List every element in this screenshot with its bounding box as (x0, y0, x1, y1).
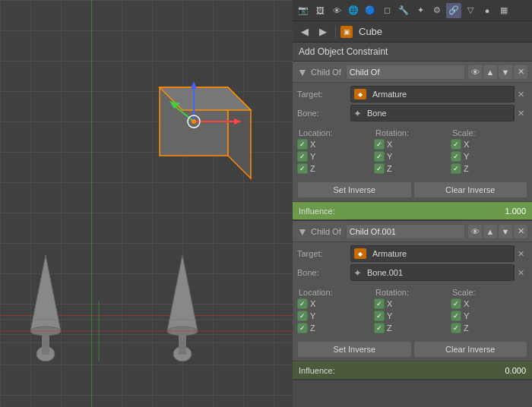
scale-x-label-1: X (464, 140, 469, 149)
loc-x-checkbox-1[interactable] (297, 139, 308, 150)
constraint-1-down-icon[interactable]: ▼ (499, 65, 512, 79)
constraint-2-down-icon[interactable]: ▼ (499, 225, 512, 238)
target-input-1[interactable]: ◆ Armature (350, 86, 514, 103)
rot-z-label-2: Z (387, 323, 392, 333)
bone-value-2: Bone.001 (364, 268, 513, 277)
scale-z-label-1: Z (464, 164, 469, 173)
scale-y-label-2: Y (464, 311, 469, 320)
bone-input-2[interactable]: ✦ Bone.001 (350, 264, 514, 281)
constraint-2-delete-icon[interactable]: ✕ (514, 225, 527, 238)
loc-z-checkbox-2[interactable] (297, 323, 308, 333)
cb-row-y-1: Y Y Y (297, 151, 527, 162)
rot-y-checkbox-2[interactable] (374, 311, 385, 321)
scale-x-group-2: X (451, 298, 527, 309)
constraint-1-eye-icon[interactable]: 👁 (468, 65, 482, 79)
data-icon[interactable]: ▽ (463, 3, 478, 18)
target-row-2: Target: ◆ Armature ✕ (297, 245, 527, 262)
influence-bar-2[interactable]: Influence: 0.000 (293, 361, 532, 379)
checkboxes-section-2: Location: Rotation: Scale: X X X (293, 286, 532, 336)
constraint-1-header: ▼ Child Of 👁 ▲ ▼ ✕ (293, 62, 532, 83)
loc-y-label-2: Y (310, 311, 315, 320)
bone-row-1: Bone: ✦ Bone ✕ (297, 105, 527, 121)
cube-3d (118, 72, 255, 197)
constraint-2-name-input[interactable] (346, 224, 465, 239)
constraint-2-up-icon[interactable]: ▲ (483, 225, 497, 238)
constraint-2-controls: 👁 ▲ ▼ ✕ (468, 225, 527, 238)
scale-label-2: Scale: (451, 288, 527, 297)
loc-z-label-1: Z (310, 164, 315, 173)
clear-inverse-button-2[interactable]: Clear Inverse (413, 341, 528, 358)
texture-icon[interactable]: ▦ (496, 3, 511, 18)
modifier-icon[interactable]: 🔧 (396, 3, 411, 18)
rot-z-checkbox-1[interactable] (374, 163, 385, 174)
properties-panel: 📷 🖼 👁 🌐 🔵 ◻ 🔧 ✦ ⚙ 🔗 ▽ ● ▦ ◀ ▶ ▣ Cube Add… (293, 0, 532, 407)
influence-value-1: 1.000 (505, 207, 526, 216)
location-label-2: Location: (297, 288, 374, 297)
loc-x-label-1: X (310, 140, 315, 149)
scale-z-checkbox-1[interactable] (451, 163, 461, 174)
target-input-2[interactable]: ◆ Armature (350, 245, 514, 262)
constraint-2-eye-icon[interactable]: 👁 (468, 225, 482, 238)
influence-bar-1[interactable]: Influence: 1.000 (293, 201, 532, 219)
rot-x-checkbox-1[interactable] (374, 139, 385, 150)
scale-y-checkbox-2[interactable] (451, 311, 461, 321)
loc-y-group-1: Y (297, 151, 374, 162)
cb-row-z-2: Z Z Z (297, 323, 527, 333)
constraint-icon[interactable]: 🔗 (446, 3, 461, 18)
bone-clear-1[interactable]: ✕ (514, 105, 527, 121)
output-icon[interactable]: 🖼 (312, 3, 328, 18)
add-constraint-bar[interactable]: Add Object Constraint (293, 43, 532, 62)
viewport-grid (0, 0, 293, 407)
world-icon[interactable]: 🔵 (363, 3, 378, 18)
influence-value-2: 0.000 (505, 366, 526, 375)
nav-left-icon[interactable]: ◀ (297, 24, 312, 39)
bone-input-1[interactable]: ✦ Bone (350, 105, 514, 121)
rot-x-label-1: X (387, 140, 392, 149)
set-inverse-button-2[interactable]: Set Inverse (297, 341, 412, 358)
particles-icon[interactable]: ✦ (413, 3, 428, 18)
scale-y-group-2: Y (451, 311, 527, 321)
scale-x-group-1: X (451, 139, 527, 150)
target-label-2: Target: (297, 249, 350, 258)
rot-z-checkbox-2[interactable] (374, 323, 385, 333)
object-icon[interactable]: ◻ (379, 3, 394, 18)
scale-y-checkbox-1[interactable] (451, 151, 461, 162)
scale-x-checkbox-1[interactable] (451, 139, 461, 150)
target-value-2: Armature (369, 249, 513, 258)
loc-y-checkbox-1[interactable] (297, 151, 308, 162)
constraint-1-up-icon[interactable]: ▲ (483, 65, 497, 79)
render-icon[interactable]: 📷 (296, 3, 311, 18)
floor-grid (0, 301, 293, 361)
target-clear-2[interactable]: ✕ (514, 245, 527, 262)
viewport[interactable] (0, 0, 293, 407)
loc-y-checkbox-2[interactable] (297, 311, 308, 321)
constraint-2-type: Child Of (311, 227, 341, 236)
target-clear-1[interactable]: ✕ (514, 86, 527, 103)
set-inverse-button-1[interactable]: Set Inverse (297, 181, 412, 198)
nav-right-icon[interactable]: ▶ (315, 24, 331, 39)
rot-y-checkbox-1[interactable] (374, 151, 385, 162)
constraint-1-delete-icon[interactable]: ✕ (514, 65, 527, 79)
rot-z-label-1: Z (387, 164, 392, 173)
target-value-1: Armature (369, 90, 513, 99)
constraint-block-1: ▼ Child Of 👁 ▲ ▼ ✕ Target: ◆ Armature (293, 62, 532, 221)
loc-z-checkbox-1[interactable] (297, 163, 308, 174)
collapse-arrow-1[interactable]: ▼ (297, 66, 308, 78)
view-icon[interactable]: 👁 (329, 3, 344, 18)
material-icon[interactable]: ● (480, 3, 495, 18)
constraint-1-controls: 👁 ▲ ▼ ✕ (468, 65, 527, 79)
physics-icon[interactable]: ⚙ (429, 3, 445, 18)
constraint-1-name-input[interactable] (346, 65, 465, 80)
rotation-label-2: Rotation: (374, 288, 451, 297)
scale-z-checkbox-2[interactable] (451, 323, 461, 333)
collapse-arrow-2[interactable]: ▼ (297, 226, 308, 238)
breadcrumb: ▣ Cube (340, 26, 527, 38)
loc-x-checkbox-2[interactable] (297, 298, 308, 309)
rot-x-checkbox-2[interactable] (374, 298, 385, 309)
bone-clear-2[interactable]: ✕ (514, 264, 527, 281)
rot-z-group-1: Z (374, 163, 451, 174)
scene-icon[interactable]: 🌐 (346, 3, 361, 18)
scale-x-checkbox-2[interactable] (451, 298, 461, 309)
clear-inverse-button-1[interactable]: Clear Inverse (413, 181, 528, 198)
constraints-container[interactable]: ▼ Child Of 👁 ▲ ▼ ✕ Target: ◆ Armature (293, 62, 532, 407)
